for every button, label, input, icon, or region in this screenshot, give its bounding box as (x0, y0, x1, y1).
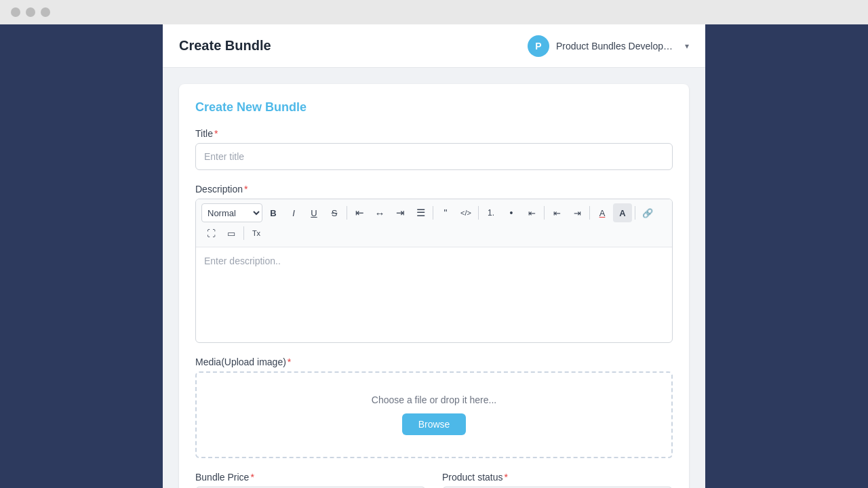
title-bar-dot-2 (26, 7, 35, 17)
indent-decrease-button[interactable]: ⇤ (547, 203, 566, 222)
blockquote-button[interactable]: " (436, 203, 455, 222)
editor-toolbar: Normal Heading 1 Heading 2 Heading 3 B I… (196, 199, 672, 247)
bold-button[interactable]: B (264, 203, 283, 222)
form-card: Create New Bundle Title* Description* No… (179, 84, 689, 488)
image-button[interactable]: ⛶ (201, 224, 220, 243)
toolbar-divider-7 (243, 226, 244, 240)
italic-button[interactable]: I (284, 203, 303, 222)
title-bar-dot-3 (41, 7, 50, 17)
title-bar (0, 0, 868, 24)
required-star-4: * (250, 472, 254, 483)
unordered-list-button[interactable]: • (502, 203, 521, 222)
media-group: Media(Upload image)* Choose a file or dr… (195, 357, 673, 458)
toolbar-divider-6 (635, 206, 635, 220)
toolbar-divider-5 (589, 206, 590, 220)
description-label: Description* (195, 184, 673, 195)
media-label: Media(Upload image)* (195, 357, 673, 367)
toolbar-divider-1 (347, 206, 347, 220)
top-bar: Create Bundle P Product Bundles Developm… (163, 24, 705, 68)
format-select[interactable]: Normal Heading 1 Heading 2 Heading 3 (201, 203, 262, 222)
indent-out-button[interactable]: ⇤ (522, 203, 541, 222)
content-area: Create New Bundle Title* Description* No… (163, 68, 705, 488)
toolbar-divider-2 (433, 206, 433, 220)
align-right-button[interactable]: ⇥ (391, 203, 410, 222)
indent-increase-button[interactable]: ⇥ (568, 203, 587, 222)
description-group: Description* Normal Heading 1 Heading 2 … (195, 184, 673, 343)
required-star-2: * (244, 184, 248, 195)
upload-text: Choose a file or drop it here... (372, 394, 496, 405)
product-status-label: Product status* (442, 472, 673, 483)
code-button[interactable]: </> (456, 203, 475, 222)
required-star: * (214, 128, 218, 139)
bundle-price-label: Bundle Price* (195, 472, 426, 483)
upload-area[interactable]: Choose a file or drop it here... Browse (195, 371, 673, 458)
align-left-button[interactable]: ⇤ (350, 203, 369, 222)
title-bar-dot-1 (11, 7, 20, 17)
browse-button[interactable]: Browse (402, 413, 467, 435)
title-label: Title* (195, 128, 673, 139)
ordered-list-button[interactable]: 1. (481, 203, 500, 222)
strikethrough-button[interactable]: S (325, 203, 344, 222)
title-input[interactable] (195, 143, 673, 170)
underline-button[interactable]: U (304, 203, 323, 222)
text-color-button[interactable]: A (593, 203, 612, 222)
required-star-5: * (505, 472, 508, 483)
form-section-title: Create New Bundle (195, 100, 673, 115)
workspace-badge[interactable]: P Product Bundles Developm... ▾ (528, 35, 689, 57)
app-container: Create Bundle P Product Bundles Developm… (163, 24, 705, 488)
link-button[interactable]: 🔗 (638, 203, 657, 222)
workspace-name: Product Bundles Developm... (556, 41, 678, 52)
product-status-col: Product status* Active Inactive Draft ▾ (442, 472, 673, 488)
description-placeholder: Enter description.. (204, 256, 281, 266)
clear-format-button[interactable]: Tx (247, 224, 266, 243)
chevron-down-icon: ▾ (685, 41, 689, 51)
description-input[interactable]: Enter description.. (196, 247, 672, 342)
toolbar-divider-3 (478, 206, 479, 220)
title-group: Title* (195, 128, 673, 170)
price-status-row: Bundle Price* Product status* Active Ina… (195, 472, 673, 488)
toolbar-divider-4 (544, 206, 545, 220)
align-justify-button[interactable]: ☰ (411, 203, 430, 222)
workspace-avatar: P (528, 35, 549, 57)
bundle-price-col: Bundle Price* (195, 472, 426, 488)
video-button[interactable]: ▭ (222, 224, 241, 243)
rich-text-editor: Normal Heading 1 Heading 2 Heading 3 B I… (195, 199, 673, 343)
required-star-3: * (288, 357, 291, 367)
bg-color-button[interactable]: A (613, 203, 632, 222)
page-title: Create Bundle (179, 38, 271, 54)
align-center-button[interactable]: ↔ (370, 203, 389, 222)
